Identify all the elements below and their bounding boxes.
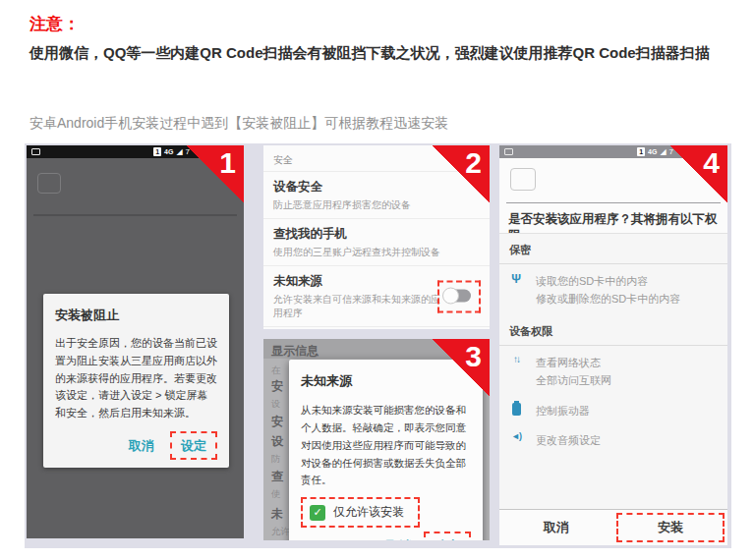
- settings-item-find-my-phone[interactable]: 查找我的手机 使用您的三星账户远程查找并控制设备: [263, 218, 490, 265]
- network-type-icon: 4G: [648, 148, 657, 155]
- dialog-title: 安装被阻止: [55, 307, 217, 324]
- divider: [33, 214, 237, 216]
- step-badge-2: 2: [433, 145, 490, 202]
- subtitle-text: 安卓Android手机安装过程中遇到【安装被阻止】可根据教程迅速安装: [29, 115, 448, 133]
- vibration-icon: [512, 403, 521, 416]
- step-badge-4: 4: [670, 145, 727, 202]
- settings-button[interactable]: 设定: [181, 438, 206, 453]
- highlight-box: ✓ 仅允许该安装: [301, 497, 420, 528]
- install-button[interactable]: 安装: [613, 510, 727, 545]
- permission-text: 全部访问互联网: [536, 371, 611, 389]
- app-icon-placeholder: [510, 168, 536, 191]
- signal-icon: ◢: [660, 147, 666, 156]
- permission-text: 查看网络状态: [536, 354, 611, 371]
- install-footer: 取消 安装: [499, 509, 727, 545]
- permission-row-vibration: 控制振动器: [499, 394, 727, 423]
- network-arrows-icon: ↑↓: [507, 354, 525, 389]
- dialog-body: 出于安全原因，您的设备当前已设置为阻止安装从三星应用商店以外的来源获得的应用程序…: [55, 335, 217, 422]
- unknown-sources-toggle[interactable]: [445, 289, 471, 302]
- install-blocked-dialog: 安装被阻止 出于安全原因，您的设备当前已设置为阻止安装从三星应用商店以外的来源获…: [43, 294, 229, 468]
- step-badge-3: 3: [433, 339, 490, 396]
- permission-row-storage: Ψ 读取您的SD卡中的内容 修改或删除您的SD卡中的内容: [499, 264, 727, 311]
- screenshot-icon: [31, 148, 40, 155]
- permission-row-audio: ◄) 更改音频设定: [499, 423, 727, 453]
- screenshot-step2: 安全 设备安全 防止恶意应用程序损害您的设备 查找我的手机 使用您的三星账户远程…: [263, 145, 490, 329]
- section-header-privacy: 保密: [499, 234, 727, 264]
- screenshot-step3: 显示信息 在 安设 安 设防 查使 未允许安装来自可信来源和未知来源的应用程序: [263, 339, 490, 540]
- screenshot-icon: [504, 148, 513, 155]
- allow-once-checkbox[interactable]: ✓: [310, 505, 325, 521]
- permission-row-network: ↑↓ 查看网络状态 全部访问互联网: [499, 346, 727, 393]
- confirm-button[interactable]: 确定: [435, 538, 460, 540]
- app-icon-placeholder: [37, 173, 61, 194]
- speaker-icon: ◄): [507, 431, 525, 449]
- permission-text: 更改音频设定: [536, 431, 601, 449]
- cancel-button[interactable]: 取消: [386, 537, 412, 540]
- permission-text: 修改或删除您的SD卡中的内容: [536, 290, 680, 308]
- dialog-body: 从未知来源安装可能损害您的设备和个人数据。轻敲确定，即表示您同意对因使用这些应用…: [301, 402, 471, 489]
- settings-item-other-security[interactable]: 其他安全设定 更改安全更新和证书存储等其他安全设定: [263, 326, 490, 329]
- highlight-box: 设定: [170, 431, 217, 460]
- section-header-device: 设备权限: [499, 315, 727, 346]
- warning-text: 使用微信，QQ等一些内建QR Code扫描会有被阻挡下载之状况，强烈建议使用推荐…: [29, 40, 733, 66]
- cancel-button[interactable]: 取消: [499, 510, 613, 545]
- checkbox-label: 仅允许该安装: [333, 504, 404, 521]
- permissions-panel: 保密 Ψ 读取您的SD卡中的内容 修改或删除您的SD卡中的内容 设备权限 ↑↓ …: [499, 233, 727, 509]
- highlight-box: 确定: [424, 532, 471, 540]
- check-icon: ✓: [313, 506, 321, 519]
- permission-text: 控制振动器: [536, 402, 590, 420]
- screenshot-step4: 1 4G ◢ 7 是否安装该应用程序？其将拥有以下权限： 保密 Ψ 读取您的SD…: [499, 145, 727, 545]
- dimmed-screen: 安装被阻止 出于安全原因，您的设备当前已设置为阻止安装从三星应用商店以外的来源获…: [27, 158, 244, 538]
- step-badge-1: 1: [187, 145, 244, 202]
- notice-label: 注意：: [29, 13, 80, 35]
- install-screen: 是否安装该应用程序？其将拥有以下权限： 保密 Ψ 读取您的SD卡中的内容 修改或…: [499, 158, 727, 545]
- usb-storage-icon: Ψ: [507, 272, 525, 308]
- cancel-button[interactable]: 取消: [129, 437, 154, 455]
- screenshot-step1: 1 4G ◢ 7 安装被阻止 出于安全原因，您的设备当前已设置为阻止安装从三星应…: [27, 145, 244, 538]
- sim-badge: 1: [637, 147, 645, 156]
- permission-text: 读取您的SD卡中的内容: [536, 272, 680, 290]
- tutorial-page: 注意： 使用微信，QQ等一些内建QR Code扫描会有被阻挡下载之状况，强烈建议…: [0, 0, 754, 560]
- sim-badge: 1: [153, 147, 161, 156]
- signal-icon: ◢: [176, 147, 182, 156]
- highlight-box: [437, 280, 481, 312]
- divider: [506, 202, 721, 203]
- settings-item-unknown-sources[interactable]: 未知来源 允许安装来自可信来源和未知来源的应用程序: [263, 265, 490, 326]
- screenshots-panel: 1 4G ◢ 7 安装被阻止 出于安全原因，您的设备当前已设置为阻止安装从三星应…: [25, 143, 731, 548]
- network-type-icon: 4G: [164, 148, 173, 155]
